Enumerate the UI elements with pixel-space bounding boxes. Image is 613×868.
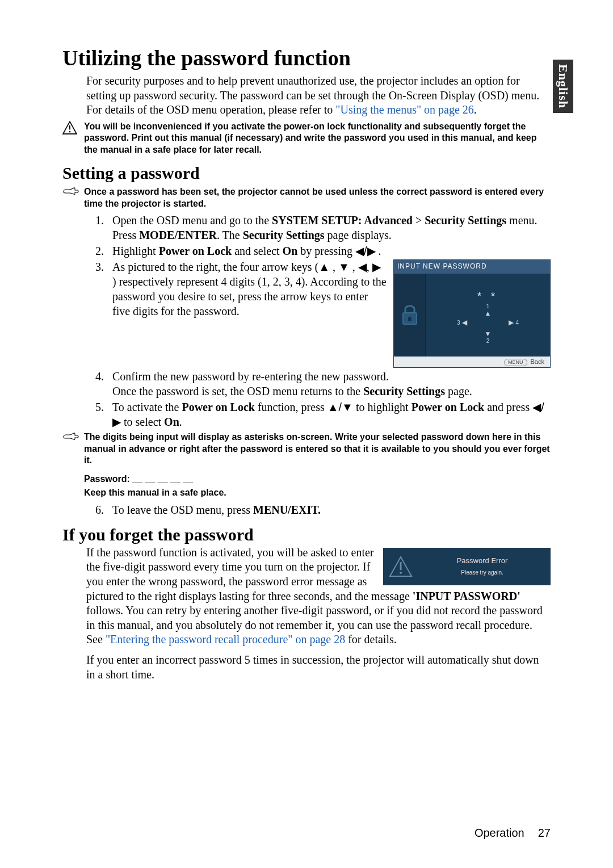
- left-arrow-icon: ◀: [358, 261, 367, 273]
- osd-arrow-left: 3 ◀: [457, 318, 467, 328]
- pointing-hand-icon: [62, 431, 79, 442]
- osd-arrow-down: ▼ 2: [485, 330, 492, 345]
- footer-section: Operation: [475, 827, 524, 839]
- left-right-arrow-icon: ◀/▶: [355, 245, 376, 257]
- footer-page-number: 27: [538, 827, 551, 839]
- menu-pill: MENU: [504, 359, 527, 367]
- step-3: INPUT NEW PASSWORD * * 1: [107, 259, 551, 368]
- svg-rect-3: [408, 317, 412, 321]
- pointing-hand-icon: [62, 186, 79, 196]
- intro-period: .: [474, 103, 477, 116]
- forget-paragraph-2: If you enter an incorrect password 5 tim…: [86, 653, 551, 682]
- forget-password-heading: If you forget the password: [62, 525, 551, 544]
- up-arrow-icon: ▲: [318, 261, 330, 273]
- link-using-menus[interactable]: "Using the menus" on page 26: [335, 103, 474, 116]
- osd-header: INPUT NEW PASSWORD: [394, 260, 550, 274]
- osd-back-label: Back: [531, 358, 544, 365]
- page-footer: Operation27: [475, 827, 551, 840]
- osd-arrow-up: 1 ▲: [485, 304, 492, 318]
- note-text: The digits being input will display as a…: [84, 431, 551, 498]
- svg-point-5: [400, 572, 402, 574]
- main-title: Utilizing the password function: [62, 45, 551, 70]
- osd-arrow-pad: * * 1 ▲ 3 ◀ ▶ 4: [426, 274, 550, 357]
- step-2: Highlight Power on Lock and select On by…: [107, 244, 551, 258]
- osd-lock-column: [394, 274, 426, 357]
- link-recall-procedure[interactable]: "Entering the password recall procedure"…: [106, 633, 345, 645]
- setting-steps-list: Open the OSD menu and go to the SYSTEM S…: [86, 213, 551, 429]
- language-tab: English: [553, 60, 573, 113]
- hand-note-1: Once a password has been set, the projec…: [62, 186, 551, 209]
- step-6: To leave the OSD menu, press MENU/EXIT.: [107, 502, 551, 517]
- step-4: Confirm the new password by re-entering …: [107, 369, 551, 399]
- error-subtitle: Please try again.: [419, 569, 545, 577]
- error-text-block: Password Error Please try again.: [419, 556, 545, 576]
- password-blank-line: Password: __ __ __ __ __: [84, 473, 551, 485]
- warning-note-1: You will be inconvenienced if you activa…: [62, 121, 551, 156]
- osd-body: * * 1 ▲ 3 ◀ ▶ 4: [394, 274, 550, 357]
- setting-password-heading: Setting a password: [62, 163, 551, 183]
- step-1: Open the OSD menu and go to the SYSTEM S…: [107, 213, 551, 242]
- osd-input-password-illustration: INPUT NEW PASSWORD * * 1: [393, 259, 551, 368]
- note-text: Once a password has been set, the projec…: [84, 186, 551, 209]
- right-arrow-icon: ▶: [372, 261, 381, 273]
- up-down-arrow-icon: ▲/▼: [328, 401, 353, 413]
- error-title: Password Error: [419, 556, 545, 566]
- password-error-illustration: Password Error Please try again.: [383, 548, 551, 585]
- intro-paragraph: For security purposes and to help preven…: [86, 74, 551, 118]
- osd-footer: MENUBack: [394, 357, 550, 368]
- lock-icon: [400, 304, 419, 326]
- osd-stars: * *: [426, 290, 550, 303]
- step-5: To activate the Power on Lock function, …: [107, 400, 551, 429]
- svg-point-1: [69, 131, 71, 132]
- hand-note-2: The digits being input will display as a…: [62, 431, 551, 498]
- warning-text: You will be inconvenienced if you activa…: [84, 121, 551, 156]
- warning-triangle-icon: [389, 556, 413, 577]
- setting-steps-list-cont: To leave the OSD menu, press MENU/EXIT.: [86, 502, 551, 517]
- warning-triangle-icon: [62, 121, 79, 137]
- osd-arrow-right: ▶ 4: [509, 318, 519, 328]
- keep-safe-line: Keep this manual in a safe place.: [84, 487, 551, 498]
- down-arrow-icon: ▼: [338, 261, 350, 273]
- forget-paragraph-1: Password Error Please try again. If the …: [86, 546, 551, 647]
